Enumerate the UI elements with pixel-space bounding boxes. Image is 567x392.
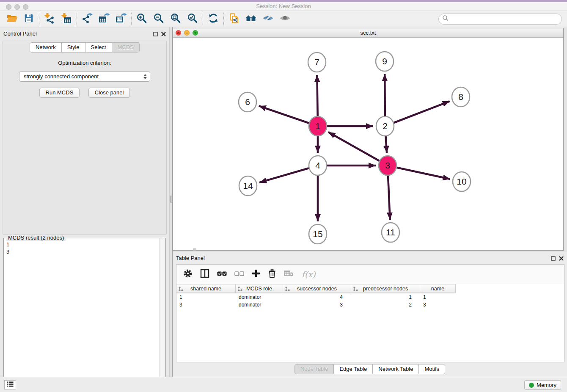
delete-table-button[interactable] (284, 270, 294, 279)
vertical-splitter[interactable] (169, 27, 173, 377)
close-panel-button[interactable]: Close panel (88, 88, 130, 98)
column-header-name[interactable]: name (420, 284, 456, 293)
delete-column-button[interactable] (268, 269, 276, 280)
hide-selected-button[interactable] (259, 12, 276, 26)
clone-document-icon (228, 13, 239, 25)
window-title: Session: New Session (0, 3, 567, 9)
toolbar-separator (203, 13, 203, 25)
splitter-handle[interactable] (170, 196, 172, 203)
control-panel: Control Panel Network Style Select MCDS … (0, 28, 169, 375)
run-mcds-button[interactable]: Run MCDS (39, 88, 80, 98)
graph-edge-2-3[interactable] (386, 136, 387, 153)
table-cell: 3 (283, 302, 351, 309)
horizontal-splitter-handle[interactable] (193, 248, 196, 251)
graph-edge-3-10[interactable] (397, 168, 450, 179)
columns-icon (200, 269, 209, 280)
table-row[interactable]: 1dominator411 (176, 294, 564, 301)
window-titlebar: Session: New Session (0, 0, 567, 11)
mcds-result-legend: MCDS result (2 nodes) (6, 235, 66, 241)
graph-edge-3-11[interactable] (388, 176, 390, 220)
graph-edge-1-7[interactable] (317, 75, 317, 116)
table-settings-button[interactable] (183, 269, 193, 280)
import-network-button[interactable] (41, 12, 58, 26)
table-panel: Table Panel (173, 252, 567, 377)
result-scrollbar[interactable] (159, 238, 165, 392)
first-neighbors-button[interactable] (242, 12, 259, 26)
float-panel-icon[interactable] (551, 255, 556, 262)
status-bar: Memory (0, 377, 567, 392)
network-graph: 7968124314101511 (173, 38, 563, 250)
zoom-in-button[interactable] (133, 12, 150, 26)
toolbar-separator (77, 13, 77, 25)
tab-motifs[interactable]: Motifs (419, 364, 445, 374)
table-cell: 4 (283, 294, 351, 301)
export-table-button[interactable] (96, 12, 113, 26)
close-panel-icon[interactable] (161, 30, 166, 38)
fx-icon: f(x) (302, 270, 316, 279)
column-header-successor-nodes[interactable]: successor nodes (283, 284, 351, 293)
zoom-fit-button[interactable] (167, 12, 184, 26)
select-all-columns-button[interactable] (217, 271, 227, 278)
apply-layout-button[interactable] (205, 12, 222, 26)
main-area: Control Panel Network Style Select MCDS … (0, 27, 567, 377)
table-cell: dominator (236, 302, 283, 309)
column-header-mcds-role[interactable]: MCDS role (236, 284, 283, 293)
node-table-body: 1dominator4113dominator323 (176, 294, 564, 309)
tab-network-table[interactable]: Network Table (373, 364, 419, 374)
list-icon (7, 381, 14, 389)
control-panel-header: Control Panel (0, 28, 169, 39)
graph-edge-1-6[interactable] (259, 106, 309, 123)
open-folder-icon (6, 13, 18, 25)
zoom-fit-icon (170, 13, 181, 25)
function-builder-button[interactable]: f(x) (302, 270, 316, 279)
column-header-predecessor-nodes[interactable]: predecessor nodes (351, 284, 420, 293)
table-cell: 1 (351, 294, 420, 301)
show-all-button[interactable] (276, 12, 293, 26)
memory-status-icon (529, 383, 534, 388)
tab-node-table[interactable]: Node Table (295, 364, 334, 374)
zoom-selected-button[interactable] (184, 12, 201, 26)
search-field[interactable] (438, 14, 562, 25)
network-window-titlebar: ✕ − + scc.txt (173, 28, 563, 38)
application-window: Session: New Session (0, 0, 567, 392)
memory-button[interactable]: Memory (524, 380, 561, 390)
unselect-all-columns-button[interactable] (234, 271, 244, 278)
graph-edge-2-9[interactable] (385, 74, 385, 116)
export-network-icon (82, 13, 93, 25)
tab-mcds[interactable]: MCDS (112, 42, 140, 52)
search-input[interactable] (449, 15, 561, 23)
export-image-icon (116, 13, 127, 25)
tree-icon (353, 287, 358, 291)
float-panel-icon[interactable] (153, 30, 158, 38)
open-session-button[interactable] (3, 12, 20, 26)
import-table-button[interactable] (58, 12, 75, 26)
close-panel-icon[interactable] (559, 255, 564, 262)
plus-icon (252, 269, 260, 279)
tab-edge-table[interactable]: Edge Table (334, 364, 373, 374)
graph-edge-4-14[interactable] (259, 168, 309, 182)
tab-network[interactable]: Network (30, 42, 62, 52)
create-column-button[interactable] (252, 269, 260, 279)
tab-style[interactable]: Style (62, 42, 85, 52)
clone-network-button[interactable] (226, 12, 242, 26)
network-canvas[interactable]: 7968124314101511 (173, 38, 563, 250)
table-row[interactable]: 3dominator323 (176, 302, 564, 309)
column-header-shared-name[interactable]: shared name (176, 284, 236, 293)
save-session-button[interactable] (20, 12, 37, 26)
criterion-select[interactable]: strongly connected component (19, 71, 150, 82)
gear-icon (183, 269, 193, 280)
graph-edge-2-8[interactable] (394, 101, 450, 123)
unchecked-boxes-icon (234, 271, 244, 278)
checked-boxes-icon (217, 271, 227, 278)
graph-edge-3-1[interactable] (328, 132, 380, 161)
table-panel-header: Table Panel (173, 252, 567, 263)
tab-select[interactable]: Select (85, 42, 112, 52)
export-network-button[interactable] (79, 12, 96, 26)
import-table-icon (61, 13, 72, 25)
show-column-button[interactable] (200, 269, 209, 280)
graph-node-label: 1 (315, 121, 320, 131)
zoom-out-button[interactable] (150, 12, 167, 26)
floppy-save-icon (24, 13, 34, 25)
export-image-button[interactable] (113, 12, 129, 26)
task-history-button[interactable] (4, 380, 16, 389)
